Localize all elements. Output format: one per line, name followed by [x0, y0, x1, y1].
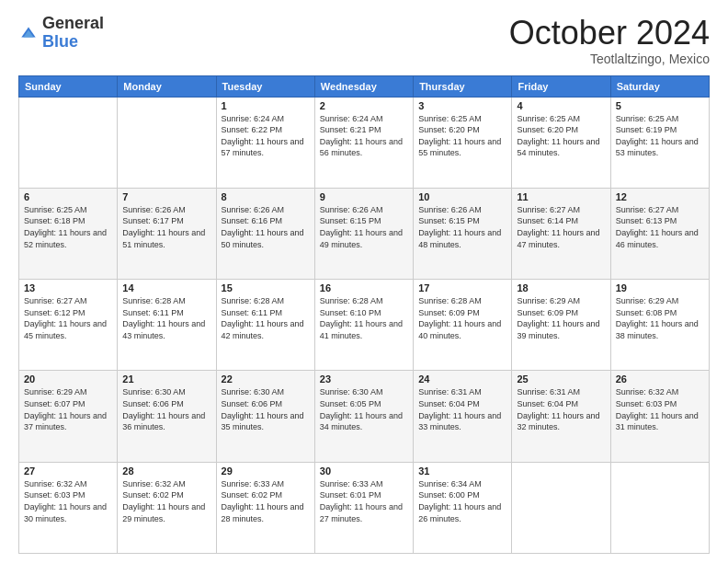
- day-number: 1: [222, 100, 310, 111]
- day-info: Sunrise: 6:31 AMSunset: 6:04 PMDaylight:…: [418, 386, 506, 432]
- calendar-header-row: Sunday Monday Tuesday Wednesday Thursday…: [19, 75, 710, 97]
- day-info: Sunrise: 6:33 AMSunset: 6:02 PMDaylight:…: [222, 478, 310, 524]
- calendar-cell: 24 Sunrise: 6:31 AMSunset: 6:04 PMDaylig…: [414, 371, 512, 462]
- calendar-cell: 6 Sunrise: 6:25 AMSunset: 6:18 PMDayligh…: [19, 188, 118, 279]
- calendar-cell: 18 Sunrise: 6:29 AMSunset: 6:09 PMDaylig…: [512, 280, 610, 371]
- col-thursday: Thursday: [414, 75, 512, 97]
- day-info: Sunrise: 6:28 AMSunset: 6:09 PMDaylight:…: [418, 295, 506, 341]
- calendar-cell: 10 Sunrise: 6:26 AMSunset: 6:15 PMDaylig…: [414, 188, 512, 279]
- calendar-cell: 15 Sunrise: 6:28 AMSunset: 6:11 PMDaylig…: [216, 280, 314, 371]
- day-info: Sunrise: 6:26 AMSunset: 6:15 PMDaylight:…: [418, 204, 506, 250]
- day-number: 27: [24, 465, 112, 477]
- day-number: 3: [418, 100, 506, 111]
- day-number: 6: [24, 191, 112, 202]
- day-info: Sunrise: 6:29 AMSunset: 6:08 PMDaylight:…: [616, 295, 704, 341]
- calendar-cell: 30 Sunrise: 6:33 AMSunset: 6:01 PMDaylig…: [314, 462, 413, 553]
- day-info: Sunrise: 6:25 AMSunset: 6:19 PMDaylight:…: [616, 113, 704, 159]
- day-number: 23: [320, 373, 408, 385]
- day-number: 10: [418, 191, 506, 202]
- day-number: 12: [616, 191, 704, 202]
- day-number: 4: [517, 100, 605, 111]
- calendar-cell: 16 Sunrise: 6:28 AMSunset: 6:10 PMDaylig…: [314, 280, 413, 371]
- calendar-cell: 8 Sunrise: 6:26 AMSunset: 6:16 PMDayligh…: [216, 188, 314, 279]
- calendar-cell: [19, 97, 118, 188]
- col-saturday: Saturday: [610, 75, 709, 97]
- day-info: Sunrise: 6:25 AMSunset: 6:20 PMDaylight:…: [418, 113, 506, 159]
- calendar-cell: 9 Sunrise: 6:26 AMSunset: 6:15 PMDayligh…: [314, 188, 413, 279]
- day-number: 24: [418, 373, 506, 385]
- calendar-cell: 14 Sunrise: 6:28 AMSunset: 6:11 PMDaylig…: [118, 280, 216, 371]
- day-info: Sunrise: 6:34 AMSunset: 6:00 PMDaylight:…: [418, 478, 506, 524]
- day-info: Sunrise: 6:32 AMSunset: 6:02 PMDaylight:…: [122, 478, 210, 524]
- header: General Blue October 2024 Teotlaltzingo,…: [18, 15, 710, 66]
- logo-general-text: General: [42, 15, 104, 33]
- col-monday: Monday: [118, 75, 216, 97]
- calendar-cell: 25 Sunrise: 6:31 AMSunset: 6:04 PMDaylig…: [512, 371, 610, 462]
- calendar-cell: 2 Sunrise: 6:24 AMSunset: 6:21 PMDayligh…: [314, 97, 413, 188]
- calendar-week-2: 6 Sunrise: 6:25 AMSunset: 6:18 PMDayligh…: [19, 188, 710, 279]
- calendar-week-5: 27 Sunrise: 6:32 AMSunset: 6:03 PMDaylig…: [19, 462, 710, 553]
- day-number: 26: [616, 373, 704, 385]
- calendar-cell: 26 Sunrise: 6:32 AMSunset: 6:03 PMDaylig…: [610, 371, 709, 462]
- day-number: 28: [122, 465, 210, 477]
- day-number: 16: [320, 282, 408, 293]
- calendar-cell: 5 Sunrise: 6:25 AMSunset: 6:19 PMDayligh…: [610, 97, 709, 188]
- day-number: 25: [517, 373, 605, 385]
- day-number: 22: [222, 373, 310, 385]
- calendar-cell: 21 Sunrise: 6:30 AMSunset: 6:06 PMDaylig…: [118, 371, 216, 462]
- col-tuesday: Tuesday: [216, 75, 314, 97]
- day-info: Sunrise: 6:25 AMSunset: 6:18 PMDaylight:…: [24, 204, 112, 250]
- day-number: 14: [122, 282, 210, 293]
- day-info: Sunrise: 6:29 AMSunset: 6:09 PMDaylight:…: [517, 295, 605, 341]
- calendar-cell: 23 Sunrise: 6:30 AMSunset: 6:05 PMDaylig…: [314, 371, 413, 462]
- day-number: 9: [320, 191, 408, 202]
- day-info: Sunrise: 6:29 AMSunset: 6:07 PMDaylight:…: [24, 386, 112, 432]
- day-info: Sunrise: 6:25 AMSunset: 6:20 PMDaylight:…: [517, 113, 605, 159]
- day-number: 8: [222, 191, 310, 202]
- calendar-table: Sunday Monday Tuesday Wednesday Thursday…: [18, 75, 710, 554]
- calendar-cell: 1 Sunrise: 6:24 AMSunset: 6:22 PMDayligh…: [216, 97, 314, 188]
- day-number: 2: [320, 100, 408, 111]
- day-number: 7: [122, 191, 210, 202]
- day-number: 5: [616, 100, 704, 111]
- logo-text: General Blue: [42, 15, 104, 52]
- day-number: 18: [517, 282, 605, 293]
- day-info: Sunrise: 6:28 AMSunset: 6:10 PMDaylight:…: [320, 295, 408, 341]
- day-number: 17: [418, 282, 506, 293]
- day-info: Sunrise: 6:24 AMSunset: 6:21 PMDaylight:…: [320, 113, 408, 159]
- col-wednesday: Wednesday: [314, 75, 413, 97]
- day-info: Sunrise: 6:30 AMSunset: 6:06 PMDaylight:…: [222, 386, 310, 432]
- day-info: Sunrise: 6:31 AMSunset: 6:04 PMDaylight:…: [517, 386, 605, 432]
- calendar-cell: 19 Sunrise: 6:29 AMSunset: 6:08 PMDaylig…: [610, 280, 709, 371]
- day-info: Sunrise: 6:26 AMSunset: 6:17 PMDaylight:…: [122, 204, 210, 250]
- day-number: 31: [418, 465, 506, 477]
- calendar-cell: 4 Sunrise: 6:25 AMSunset: 6:20 PMDayligh…: [512, 97, 610, 188]
- day-info: Sunrise: 6:27 AMSunset: 6:12 PMDaylight:…: [24, 295, 112, 341]
- day-info: Sunrise: 6:32 AMSunset: 6:03 PMDaylight:…: [616, 386, 704, 432]
- calendar-cell: 7 Sunrise: 6:26 AMSunset: 6:17 PMDayligh…: [118, 188, 216, 279]
- calendar-cell: 27 Sunrise: 6:32 AMSunset: 6:03 PMDaylig…: [19, 462, 118, 553]
- day-info: Sunrise: 6:33 AMSunset: 6:01 PMDaylight:…: [320, 478, 408, 524]
- day-info: Sunrise: 6:30 AMSunset: 6:06 PMDaylight:…: [122, 386, 210, 432]
- calendar-cell: [118, 97, 216, 188]
- day-info: Sunrise: 6:27 AMSunset: 6:13 PMDaylight:…: [616, 204, 704, 250]
- day-info: Sunrise: 6:24 AMSunset: 6:22 PMDaylight:…: [222, 113, 310, 159]
- title-block: October 2024 Teotlaltzingo, Mexico: [509, 15, 710, 66]
- day-number: 21: [122, 373, 210, 385]
- calendar-cell: 12 Sunrise: 6:27 AMSunset: 6:13 PMDaylig…: [610, 188, 709, 279]
- day-number: 19: [616, 282, 704, 293]
- logo-blue-text: Blue: [42, 33, 104, 52]
- calendar-cell: 31 Sunrise: 6:34 AMSunset: 6:00 PMDaylig…: [414, 462, 512, 553]
- calendar-week-3: 13 Sunrise: 6:27 AMSunset: 6:12 PMDaylig…: [19, 280, 710, 371]
- day-info: Sunrise: 6:28 AMSunset: 6:11 PMDaylight:…: [122, 295, 210, 341]
- day-info: Sunrise: 6:26 AMSunset: 6:15 PMDaylight:…: [320, 204, 408, 250]
- logo: General Blue: [18, 15, 104, 52]
- calendar-cell: [610, 462, 709, 553]
- day-number: 29: [222, 465, 310, 477]
- calendar-week-4: 20 Sunrise: 6:29 AMSunset: 6:07 PMDaylig…: [19, 371, 710, 462]
- calendar-cell: 17 Sunrise: 6:28 AMSunset: 6:09 PMDaylig…: [414, 280, 512, 371]
- calendar-cell: 20 Sunrise: 6:29 AMSunset: 6:07 PMDaylig…: [19, 371, 118, 462]
- day-info: Sunrise: 6:27 AMSunset: 6:14 PMDaylight:…: [517, 204, 605, 250]
- calendar-cell: 3 Sunrise: 6:25 AMSunset: 6:20 PMDayligh…: [414, 97, 512, 188]
- col-sunday: Sunday: [19, 75, 118, 97]
